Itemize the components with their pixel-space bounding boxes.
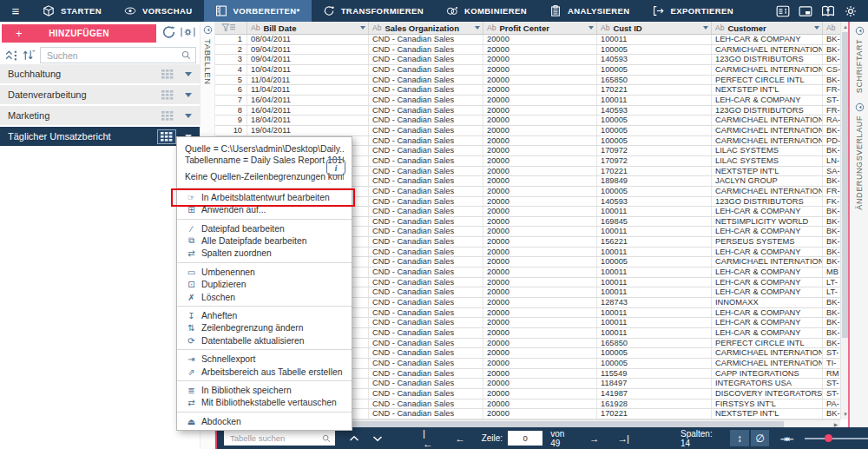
sidebar-item-täglicher-umsatzbericht[interactable]: Täglicher Umsatzbericht	[0, 127, 200, 146]
menu-item-zeilenbegrenzung-ändern[interactable]: ⇅Zeilenbegrenzung ändern	[177, 322, 352, 334]
chevron-down-icon[interactable]	[185, 72, 192, 76]
chevron-down-icon[interactable]	[185, 114, 192, 118]
refresh-all-icon[interactable]	[161, 25, 176, 39]
next-row-icon[interactable]: →	[589, 433, 599, 444]
tab-vorschau[interactable]: VORSCHAU	[113, 0, 204, 22]
chevron-down-icon[interactable]	[185, 93, 192, 97]
zoom-slider[interactable]	[805, 438, 868, 439]
table-row[interactable]: 309/04/2011CND - Canadian Sales200001405…	[215, 55, 840, 65]
panel-tab-änderungsverlauf[interactable]: ÄNDERUNGSVERLAUF	[855, 98, 865, 210]
auto-hide-pin-icon[interactable]	[855, 26, 865, 36]
settings-gear-icon[interactable]	[844, 5, 858, 17]
cell: CND - Canadian Sales	[369, 348, 483, 358]
panel-tab-schriftart[interactable]: SCHRIFTART	[855, 22, 865, 93]
table-row[interactable]: 410/04/2011CND - Canadian Sales200001000…	[215, 65, 840, 76]
table-row[interactable]: 716/04/2011CND - Canadian Sales200001000…	[215, 96, 840, 106]
last-row-icon[interactable]: →|	[617, 433, 628, 444]
column-header-profit-center[interactable]: AbProfit Center	[483, 22, 597, 34]
auto-hide-pin-icon[interactable]	[855, 102, 865, 112]
tab-kombinieren[interactable]: KOMBINIEREN	[435, 0, 538, 22]
cell: 141987	[597, 389, 712, 399]
menu-item-anwenden-auf[interactable]: ⊞Anwenden auf...	[177, 204, 352, 216]
table-row[interactable]: 1019/04/2011CND - Canadian Sales20000100…	[215, 126, 840, 136]
cell: CND - Canadian Sales	[369, 369, 483, 379]
menu-item-in-arbeitsblattentwurf-bearbeiten[interactable]: ☞In Arbeitsblattentwurf bearbeiten	[177, 191, 352, 203]
zoom-slider-handle[interactable]	[825, 434, 832, 442]
info-button[interactable]: i	[326, 159, 345, 175]
menu-item-löschen[interactable]: ✗Löschen	[177, 291, 352, 303]
tab-vorbereiten[interactable]: VORBEREITEN*	[204, 0, 312, 22]
filter-caret-icon[interactable]	[475, 26, 480, 30]
hamburger-menu-icon[interactable]: ≡	[0, 0, 31, 22]
menu-item-dateipfad-bearbeiten[interactable]: ∕Dateipfad bearbeiten	[177, 222, 352, 234]
menu-item-in-bibliothek-speichern[interactable]: ≣In Bibliothek speichern	[177, 384, 352, 396]
auto-hide-pin-icon[interactable]	[203, 25, 213, 35]
window-layout-icon[interactable]	[799, 5, 812, 17]
find-next-icon[interactable]	[372, 435, 383, 442]
grid-table-icon[interactable]	[159, 89, 176, 102]
tab-transformieren[interactable]: TRANSFORMIEREN	[312, 0, 435, 22]
menu-item-datentabelle-aktualisieren[interactable]: ⟳Datentabelle aktualisieren	[177, 334, 352, 347]
table-row[interactable]: 108/04/2011CND - Canadian Sales200001000…	[215, 35, 840, 45]
tab-analysieren[interactable]: ANALYSIEREN	[538, 0, 641, 22]
grid-header-row: AbBill DateAbSales OrganizationAbProfit …	[215, 22, 840, 35]
sort-icon[interactable]	[22, 49, 35, 62]
cell: 170221	[597, 167, 712, 176]
info-panel-icon[interactable]	[776, 5, 790, 17]
filter-caret-icon[interactable]	[360, 26, 365, 30]
column-header-extra[interactable]: Ab	[823, 22, 840, 34]
menu-item-schnellexport[interactable]: ⇥Schnellexport	[177, 353, 352, 365]
find-previous-icon[interactable]	[349, 435, 359, 442]
filter-caret-icon[interactable]	[814, 26, 819, 30]
menu-item-arbeitsbereich-aus-tabelle-erstellen[interactable]: ⇗Arbeitsbereich aus Tabelle erstellen	[177, 366, 352, 378]
grid-table-icon[interactable]	[159, 68, 176, 81]
row-number-input[interactable]	[508, 431, 542, 446]
tab-exportieren[interactable]: EXPORTIEREN	[641, 0, 746, 22]
library-book-icon[interactable]	[821, 5, 835, 17]
settings-sync-icon[interactable]	[181, 25, 195, 39]
column-header-sales-organization[interactable]: AbSales Organization	[369, 22, 483, 34]
table-row[interactable]: 918/04/2011CND - Canadian Sales200001000…	[215, 116, 840, 126]
sidebar-item-marketing[interactable]: Marketing	[0, 106, 200, 125]
cell: CND - Canadian Sales	[369, 217, 483, 227]
previous-row-icon[interactable]: ←	[455, 433, 464, 444]
collapse-columns-icon[interactable]: ⇥⇤	[780, 433, 792, 444]
row-height-toggle-icon[interactable]: ↕	[730, 430, 748, 446]
column-type-label: Ab	[601, 23, 609, 32]
tab-starten[interactable]: STARTEN	[31, 0, 113, 22]
filter-caret-icon[interactable]	[589, 26, 594, 30]
add-button[interactable]: + HINZUFÜGEN	[2, 24, 156, 43]
table-search-input[interactable]	[228, 432, 322, 444]
table-row[interactable]: 511/04/2011CND - Canadian Sales200001658…	[215, 76, 840, 86]
menu-item-alle-dateipfade-bearbeiten[interactable]: ⧉Alle Dateipfade bearbeiten	[177, 234, 352, 247]
cell: CND - Canadian Sales	[369, 35, 483, 44]
column-filter-corner[interactable]	[215, 22, 247, 34]
column-header-bill-date[interactable]: AbBill Date	[247, 22, 369, 34]
sidebar-item-buchhaltung[interactable]: Buchhaltung	[0, 64, 200, 83]
filter-caret-icon[interactable]	[703, 26, 708, 30]
column-header-customer[interactable]: AbCustomer	[712, 22, 823, 34]
table-row[interactable]: 816/04/2011CND - Canadian Sales200001405…	[215, 106, 840, 116]
menu-item-umbenennen[interactable]: ▭Umbenennen	[177, 266, 352, 278]
row-number: 5	[215, 76, 247, 85]
hide-empty-toggle-icon[interactable]: ∅	[751, 430, 769, 446]
collapse-all-icon[interactable]	[4, 49, 17, 62]
cell: BK-	[823, 328, 840, 338]
first-row-icon[interactable]: |←	[423, 428, 432, 449]
sidebar-search-input[interactable]	[45, 50, 181, 62]
table-row[interactable]: 611/04/2011CND - Canadian Sales200001702…	[215, 85, 840, 96]
sidebar-item-datenverarbeitung[interactable]: Datenverarbeitung	[0, 85, 200, 104]
cell: CND - Canadian Sales	[369, 96, 483, 105]
grid-table-icon[interactable]	[157, 129, 176, 144]
menu-item-mit-bibliothekstabelle-vertauschen[interactable]: ⇄Mit Bibliothekstabelle vertauschen	[177, 397, 352, 409]
cell: CARMICHAEL INTERNATIONAL	[712, 359, 823, 368]
cell: 20000	[483, 348, 597, 358]
grid-table-icon[interactable]	[159, 109, 176, 122]
column-header-cust-id[interactable]: AbCust ID	[597, 22, 712, 34]
table-row[interactable]: 209/04/2011CND - Canadian Sales200001000…	[215, 45, 840, 56]
menu-item-anheften[interactable]: ↧Anheften	[177, 309, 352, 321]
menu-item-duplizieren[interactable]: ⊡Duplizieren	[177, 278, 352, 290]
menu-item-abdocken[interactable]: ⏏Abdocken	[177, 415, 352, 427]
menu-item-spalten-zuordnen[interactable]: ⇄Spalten zuordnen	[177, 248, 352, 260]
cell: 20000	[483, 287, 597, 297]
